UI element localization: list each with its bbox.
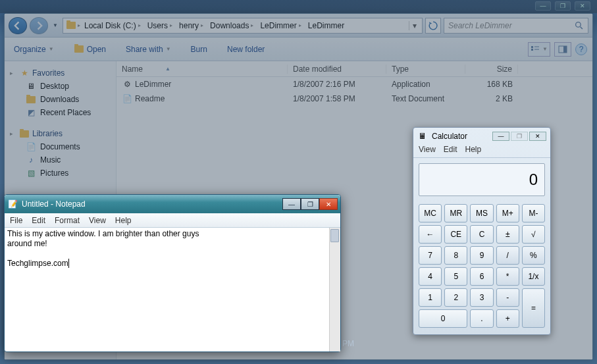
sidebar-item-desktop[interactable]: 🖥Desktop [7,80,113,93]
favorites-header[interactable]: ▸★Favorites [7,66,113,80]
explorer-maximize-button[interactable]: ❐ [555,1,571,11]
notepad-maximize-button[interactable]: ❐ [301,198,319,210]
downloads-icon [26,94,36,105]
calc-menu-help[interactable]: Help [465,145,481,157]
column-type[interactable]: Type [386,65,465,74]
calc-key-7[interactable]: 7 [419,246,442,265]
app-icon: ⚙ [122,79,132,90]
calc-key-c[interactable]: C [470,225,493,244]
help-icon[interactable]: ? [575,43,587,55]
new-folder-button[interactable]: New folder [223,42,269,57]
calc-key-back[interactable]: ← [419,225,442,244]
notepad-textarea[interactable]: This is my active window. I am brighter … [5,228,340,351]
pictures-icon: ▧ [26,168,36,178]
calc-key-8[interactable]: 8 [444,246,467,265]
search-placeholder: Search LeDimmer [448,21,512,30]
column-headers: Name▲ Date modified Type Size [117,61,592,77]
notepad-window: 📝 Untitled - Notepad — ❐ ✕ File Edit For… [4,194,341,352]
libraries-icon [19,128,30,139]
file-row[interactable]: 📄Readme 1/8/2007 1:58 PM Text Document 2… [117,91,592,106]
breadcrumb-item[interactable]: Downloads ▸ [207,20,256,32]
text-file-icon: 📄 [122,93,132,104]
share-with-button[interactable]: Share with ▼ [122,42,175,57]
sort-arrow-icon: ▲ [165,66,170,72]
calc-menu-view[interactable]: View [419,145,436,157]
column-size[interactable]: Size [465,65,518,74]
nav-history-dropdown[interactable]: ▼ [51,17,60,34]
vertical-scrollbar[interactable] [329,228,340,351]
notepad-menu-view[interactable]: View [89,216,106,225]
notepad-minimize-button[interactable]: — [282,198,301,210]
partial-hidden-text: PM [342,339,354,348]
breadcrumb-item[interactable]: Users ▸ [145,20,175,32]
notepad-menu-edit[interactable]: Edit [32,216,45,225]
nav-forward-button[interactable] [30,17,48,34]
calc-key-9[interactable]: 9 [470,246,493,265]
breadcrumb[interactable]: ▸ Local Disk (C:) ▸ Users ▸ henry ▸ Down… [63,18,423,34]
calc-key-ms[interactable]: MS [470,204,493,222]
breadcrumb-item[interactable]: Local Disk (C:) ▸ [82,20,143,32]
sidebar-item-recent-places[interactable]: ◩Recent Places [7,106,113,119]
calc-key-pct[interactable]: % [522,246,545,265]
libraries-header[interactable]: ▸Libraries [7,127,113,140]
calc-key-ce[interactable]: CE [444,225,467,244]
notepad-menu-help[interactable]: Help [115,216,132,225]
address-bar: ▼ ▸ Local Disk (C:) ▸ Users ▸ henry ▸ Do… [5,14,592,38]
column-date[interactable]: Date modified [288,65,386,74]
calc-key-minus[interactable]: - [496,288,519,307]
calc-key-mminus[interactable]: M- [522,204,545,222]
calc-key-2[interactable]: 2 [444,288,467,307]
calc-key-0[interactable]: 0 [419,309,467,328]
open-button[interactable]: Open [70,41,110,57]
calc-key-6[interactable]: 6 [470,267,493,286]
view-options-button[interactable]: ▼ [528,42,550,57]
svg-rect-2 [531,46,533,48]
breadcrumb-dropdown[interactable]: ▾ [409,21,419,30]
calc-key-inv[interactable]: 1/x [522,267,545,286]
search-input[interactable]: Search LeDimmer [444,18,588,34]
calc-key-mr[interactable]: MR [444,204,467,222]
explorer-minimize-button[interactable]: — [535,1,551,11]
calc-maximize-button[interactable]: ❐ [511,132,528,141]
search-icon [573,20,584,31]
calc-key-neg[interactable]: ± [496,225,519,244]
calc-key-4[interactable]: 4 [419,267,442,286]
svg-line-1 [580,27,582,29]
sidebar-item-pictures[interactable]: ▧Pictures [7,167,113,180]
notepad-menu-format[interactable]: Format [55,216,80,225]
burn-button[interactable]: Burn [187,42,211,57]
sidebar-item-downloads[interactable]: Downloads [7,93,113,106]
calc-key-3[interactable]: 3 [470,288,493,307]
notepad-menu-file[interactable]: File [10,216,22,225]
organize-button[interactable]: Organize ▼ [10,42,58,57]
nav-back-button[interactable] [9,17,27,34]
breadcrumb-item[interactable]: LeDimmer ▸ [257,20,303,32]
column-name[interactable]: Name▲ [117,65,288,74]
calc-menu-edit[interactable]: Edit [444,145,457,157]
refresh-button[interactable] [425,18,441,34]
calc-key-mc[interactable]: MC [419,204,442,222]
calc-key-sqrt[interactable]: √ [522,225,545,244]
text-caret [68,259,69,268]
scrollbar-thumb[interactable] [330,229,339,242]
sidebar-item-documents[interactable]: 📄Documents [7,140,113,153]
file-row[interactable]: ⚙LeDimmer 1/8/2007 2:16 PM Application 1… [117,77,592,91]
calc-key-1[interactable]: 1 [419,288,442,307]
breadcrumb-item[interactable]: henry ▸ [176,20,206,32]
calc-key-eq[interactable]: = [522,288,545,328]
calc-key-div[interactable]: / [496,246,519,265]
preview-pane-button[interactable] [554,42,571,57]
calc-close-button[interactable]: ✕ [529,132,546,141]
calc-key-5[interactable]: 5 [444,267,467,286]
calculator-window: 🖩 Calculator — ❐ ✕ View Edit Help 0 MC M… [413,127,551,335]
calc-key-plus[interactable]: + [496,309,519,328]
calc-minimize-button[interactable]: — [492,132,509,141]
breadcrumb-item[interactable]: LeDimmer [305,20,347,32]
calc-key-dot[interactable]: . [470,309,493,328]
calc-key-mplus[interactable]: M+ [496,204,519,222]
notepad-close-button[interactable]: ✕ [319,198,338,210]
calc-key-mul[interactable]: * [496,267,519,286]
explorer-close-button[interactable]: ✕ [575,1,590,11]
svg-point-0 [575,22,581,28]
sidebar-item-music[interactable]: ♪Music [7,153,113,167]
